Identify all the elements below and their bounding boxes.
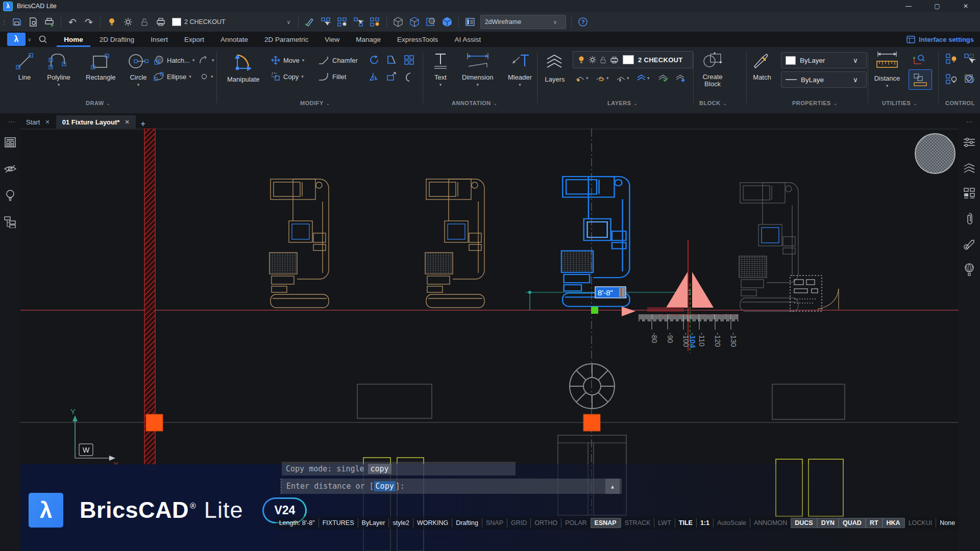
layer-isolate-button[interactable]: ▾ bbox=[575, 73, 589, 83]
tab-insert[interactable]: Insert bbox=[143, 32, 175, 47]
properties-sliders-icon[interactable] bbox=[963, 136, 976, 149]
text-dropdown-icon[interactable]: ▾ bbox=[439, 83, 442, 86]
status-hka[interactable]: HKA bbox=[883, 518, 904, 528]
rotate-icon[interactable] bbox=[369, 54, 380, 65]
save-icon[interactable] bbox=[10, 15, 24, 29]
blocks-select-icon[interactable] bbox=[352, 15, 366, 29]
redo-icon[interactable]: ↷ bbox=[82, 15, 96, 29]
properties-panel-label[interactable]: PROPERTIES⌄ bbox=[792, 100, 838, 107]
command-input-row[interactable]: Enter distance or [ Copy ]: ▲ bbox=[281, 479, 622, 494]
layout-rect-right[interactable] bbox=[772, 384, 845, 419]
round-column[interactable] bbox=[915, 134, 955, 173]
close-button[interactable]: ✕ bbox=[951, 0, 980, 12]
orange-marker-left[interactable] bbox=[146, 414, 163, 431]
status-ducs[interactable]: DUCS bbox=[791, 518, 816, 528]
rectangle-button[interactable]: Rectangle bbox=[86, 51, 116, 81]
structure-tree-icon[interactable] bbox=[4, 215, 17, 229]
array-icon[interactable] bbox=[403, 54, 414, 65]
mleader-dropdown-icon[interactable]: ▾ bbox=[519, 83, 521, 86]
application-button[interactable]: λ bbox=[7, 33, 26, 46]
draw-panel-label[interactable]: DRAW⌄ bbox=[86, 100, 111, 107]
overlap-circles-icon[interactable] bbox=[964, 73, 977, 86]
annotation-panel-label[interactable]: ANNOTATION⌄ bbox=[452, 100, 498, 107]
layer-freeze-button[interactable]: ▾ bbox=[616, 73, 629, 83]
layer-bulb-icon[interactable] bbox=[577, 56, 585, 64]
status-quad[interactable]: QUAD bbox=[839, 518, 865, 528]
chamfer-button[interactable]: Chamfer bbox=[317, 55, 358, 65]
point-button[interactable]: ▾ bbox=[200, 72, 213, 81]
blocks-highlight-icon[interactable] bbox=[368, 15, 382, 29]
hatch-button[interactable]: Hatch... ▾ bbox=[153, 55, 194, 65]
linetype-dropdown[interactable]: ByLaye ∨ bbox=[781, 71, 867, 88]
tab-start[interactable]: Start ✕ bbox=[20, 115, 56, 129]
print-icon[interactable] bbox=[42, 15, 57, 29]
distance-button[interactable]: Distance ▾ bbox=[874, 50, 900, 87]
current-layer-value[interactable]: 2 CHECKOUT bbox=[184, 18, 226, 26]
help-icon[interactable]: ? bbox=[576, 15, 590, 29]
match-button[interactable]: Match bbox=[751, 51, 773, 81]
tab-expresstools[interactable]: ExpressTools bbox=[390, 32, 445, 47]
layer-lock-icon[interactable] bbox=[137, 15, 152, 29]
undo-icon[interactable]: ↶ bbox=[65, 15, 80, 29]
stretch-icon[interactable] bbox=[403, 71, 413, 83]
status-rt[interactable]: RT bbox=[866, 518, 882, 528]
search-icon[interactable] bbox=[38, 35, 47, 44]
doctab-grip[interactable]: ⋯ bbox=[0, 118, 20, 129]
point-dropdown-icon[interactable]: ▾ bbox=[211, 75, 213, 78]
status-tile[interactable]: TILE bbox=[675, 518, 696, 528]
move-button[interactable]: Move ▾ bbox=[271, 55, 304, 65]
layer-freeze-sun-icon[interactable] bbox=[121, 15, 135, 29]
circle-button[interactable]: Circle ▾ bbox=[127, 51, 150, 86]
distance-dropdown-icon[interactable]: ▾ bbox=[886, 84, 889, 87]
layer-unlock-icon[interactable] bbox=[600, 56, 607, 64]
blocks-bulb-on-icon[interactable] bbox=[945, 53, 959, 65]
blocks-cursor-icon[interactable] bbox=[964, 53, 977, 65]
status-esnap[interactable]: ESNAP bbox=[591, 518, 620, 528]
layout-rect-left[interactable] bbox=[357, 384, 432, 418]
trim-icon[interactable] bbox=[386, 54, 397, 65]
status-snap[interactable]: SNAP bbox=[482, 518, 507, 528]
layers-panel-label[interactable]: LAYERS⌄ bbox=[607, 100, 638, 107]
green-grip[interactable] bbox=[591, 307, 598, 314]
layer-state-dropdown[interactable]: 2 CHECKOUT bbox=[573, 51, 693, 68]
tab-2d-parametric[interactable]: 2D Parametric bbox=[257, 32, 315, 47]
column-target-circle[interactable] bbox=[570, 364, 615, 409]
tab-home[interactable]: Home bbox=[57, 32, 90, 47]
tab-manage[interactable]: Manage bbox=[349, 32, 388, 47]
status-grid[interactable]: GRID bbox=[507, 518, 530, 528]
lightbulb-icon[interactable] bbox=[4, 189, 17, 202]
layer-printer-icon[interactable] bbox=[610, 56, 619, 64]
layer-color-swatch[interactable] bbox=[623, 55, 634, 64]
dimension-dropdown-icon[interactable]: ▾ bbox=[476, 83, 479, 86]
ellipse-dropdown-icon[interactable]: ▾ bbox=[189, 75, 191, 78]
blocks-panel-icon[interactable] bbox=[963, 187, 976, 200]
create-block-button[interactable]: CreateBlock bbox=[700, 50, 725, 88]
status-strack[interactable]: STRACK bbox=[621, 518, 654, 528]
command-history-expand-button[interactable]: ▲ bbox=[605, 479, 620, 494]
block-panel-label[interactable]: BLOCK⌄ bbox=[699, 100, 727, 107]
color-dropdown[interactable]: ByLayer ∨ bbox=[781, 52, 867, 68]
layer-on-bulb-icon[interactable] bbox=[105, 15, 119, 29]
print-preview-icon[interactable] bbox=[26, 15, 40, 29]
orange-marker-center[interactable] bbox=[583, 414, 600, 431]
quick-measure-button[interactable] bbox=[909, 69, 932, 90]
quick-draw-pen-icon[interactable] bbox=[303, 15, 317, 29]
manipulate-button[interactable]: Manipulate bbox=[227, 51, 260, 83]
fixture-block-2[interactable] bbox=[425, 179, 484, 308]
command-prompt-keyword[interactable]: Copy bbox=[374, 481, 396, 491]
status-length-8-8-[interactable]: Length: 8'-8" bbox=[276, 518, 318, 528]
minimize-button[interactable]: — bbox=[894, 0, 923, 12]
toolbar-grip[interactable]: ⋮ bbox=[1, 18, 7, 26]
view-cube-hidden-icon[interactable] bbox=[407, 15, 422, 29]
mleader-button[interactable]: Mleader ▾ bbox=[508, 51, 532, 86]
status-1-1[interactable]: 1:1 bbox=[696, 518, 713, 528]
layer-plot-printer-icon[interactable] bbox=[154, 15, 168, 29]
modify-panel-label[interactable]: MODIFY⌄ bbox=[300, 100, 331, 107]
fixture-block-4[interactable] bbox=[739, 183, 798, 311]
status-none[interactable]: None bbox=[936, 518, 959, 528]
fixture-block-1[interactable] bbox=[270, 179, 329, 308]
status-polar[interactable]: POLAR bbox=[561, 518, 590, 528]
status-drafting[interactable]: Drafting bbox=[452, 518, 482, 528]
maximize-button[interactable]: ▢ bbox=[923, 0, 951, 12]
ellipse-button[interactable]: Ellipse ▾ bbox=[153, 71, 191, 82]
